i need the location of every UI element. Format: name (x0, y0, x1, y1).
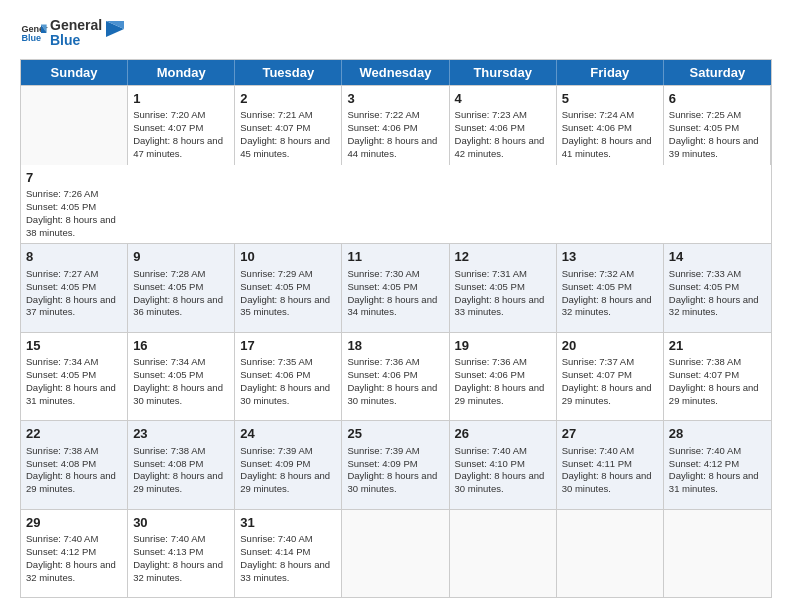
day-header-tuesday: Tuesday (235, 60, 342, 85)
calendar-day-16: 16Sunrise: 7:34 AMSunset: 4:05 PMDayligh… (128, 333, 235, 420)
calendar-week-1: 1Sunrise: 7:20 AMSunset: 4:07 PMDaylight… (21, 85, 771, 244)
calendar-day-3: 3Sunrise: 7:22 AMSunset: 4:06 PMDaylight… (342, 86, 449, 165)
calendar-day-2: 2Sunrise: 7:21 AMSunset: 4:07 PMDaylight… (235, 86, 342, 165)
calendar-day-21: 21Sunrise: 7:38 AMSunset: 4:07 PMDayligh… (664, 333, 771, 420)
calendar-day-23: 23Sunrise: 7:38 AMSunset: 4:08 PMDayligh… (128, 421, 235, 508)
calendar-week-3: 15Sunrise: 7:34 AMSunset: 4:05 PMDayligh… (21, 332, 771, 420)
calendar: SundayMondayTuesdayWednesdayThursdayFrid… (20, 59, 772, 598)
logo-general: General (50, 18, 102, 33)
calendar-day-20: 20Sunrise: 7:37 AMSunset: 4:07 PMDayligh… (557, 333, 664, 420)
calendar-day-19: 19Sunrise: 7:36 AMSunset: 4:06 PMDayligh… (450, 333, 557, 420)
calendar-day-22: 22Sunrise: 7:38 AMSunset: 4:08 PMDayligh… (21, 421, 128, 508)
day-header-friday: Friday (557, 60, 664, 85)
calendar-day-30: 30Sunrise: 7:40 AMSunset: 4:13 PMDayligh… (128, 510, 235, 597)
calendar-day-28: 28Sunrise: 7:40 AMSunset: 4:12 PMDayligh… (664, 421, 771, 508)
day-header-sunday: Sunday (21, 60, 128, 85)
calendar-week-2: 8Sunrise: 7:27 AMSunset: 4:05 PMDaylight… (21, 243, 771, 331)
calendar-day-8: 8Sunrise: 7:27 AMSunset: 4:05 PMDaylight… (21, 244, 128, 331)
calendar-day-18: 18Sunrise: 7:36 AMSunset: 4:06 PMDayligh… (342, 333, 449, 420)
calendar-day-10: 10Sunrise: 7:29 AMSunset: 4:05 PMDayligh… (235, 244, 342, 331)
calendar-day-31: 31Sunrise: 7:40 AMSunset: 4:14 PMDayligh… (235, 510, 342, 597)
logo-icon: General Blue (20, 19, 48, 47)
calendar-day-4: 4Sunrise: 7:23 AMSunset: 4:06 PMDaylight… (450, 86, 557, 165)
calendar-day-11: 11Sunrise: 7:30 AMSunset: 4:05 PMDayligh… (342, 244, 449, 331)
empty-cell (450, 510, 557, 597)
calendar-day-12: 12Sunrise: 7:31 AMSunset: 4:05 PMDayligh… (450, 244, 557, 331)
calendar-day-13: 13Sunrise: 7:32 AMSunset: 4:05 PMDayligh… (557, 244, 664, 331)
calendar-day-24: 24Sunrise: 7:39 AMSunset: 4:09 PMDayligh… (235, 421, 342, 508)
page: General Blue General Blue SundayMondayTu… (0, 0, 792, 612)
calendar-day-15: 15Sunrise: 7:34 AMSunset: 4:05 PMDayligh… (21, 333, 128, 420)
day-header-thursday: Thursday (450, 60, 557, 85)
day-header-saturday: Saturday (664, 60, 771, 85)
calendar-day-9: 9Sunrise: 7:28 AMSunset: 4:05 PMDaylight… (128, 244, 235, 331)
logo-flag-icon (104, 19, 126, 47)
calendar-day-14: 14Sunrise: 7:33 AMSunset: 4:05 PMDayligh… (664, 244, 771, 331)
calendar-week-4: 22Sunrise: 7:38 AMSunset: 4:08 PMDayligh… (21, 420, 771, 508)
calendar-day-5: 5Sunrise: 7:24 AMSunset: 4:06 PMDaylight… (557, 86, 664, 165)
calendar-day-1: 1Sunrise: 7:20 AMSunset: 4:07 PMDaylight… (128, 86, 235, 165)
calendar-day-25: 25Sunrise: 7:39 AMSunset: 4:09 PMDayligh… (342, 421, 449, 508)
calendar-day-26: 26Sunrise: 7:40 AMSunset: 4:10 PMDayligh… (450, 421, 557, 508)
logo-blue: Blue (50, 33, 102, 48)
calendar-day-27: 27Sunrise: 7:40 AMSunset: 4:11 PMDayligh… (557, 421, 664, 508)
calendar-day-29: 29Sunrise: 7:40 AMSunset: 4:12 PMDayligh… (21, 510, 128, 597)
day-header-wednesday: Wednesday (342, 60, 449, 85)
calendar-day-6: 6Sunrise: 7:25 AMSunset: 4:05 PMDaylight… (664, 86, 771, 165)
calendar-week-5: 29Sunrise: 7:40 AMSunset: 4:12 PMDayligh… (21, 509, 771, 597)
logo: General Blue General Blue (20, 18, 126, 49)
svg-text:Blue: Blue (21, 34, 41, 44)
empty-cell (664, 510, 771, 597)
day-header-monday: Monday (128, 60, 235, 85)
header: General Blue General Blue (20, 18, 772, 49)
empty-cell (342, 510, 449, 597)
empty-cell (557, 510, 664, 597)
calendar-header-row: SundayMondayTuesdayWednesdayThursdayFrid… (21, 60, 771, 85)
calendar-day-7: 7Sunrise: 7:26 AMSunset: 4:05 PMDaylight… (21, 165, 128, 244)
calendar-body: 1Sunrise: 7:20 AMSunset: 4:07 PMDaylight… (21, 85, 771, 597)
calendar-day-17: 17Sunrise: 7:35 AMSunset: 4:06 PMDayligh… (235, 333, 342, 420)
empty-cell (21, 86, 128, 165)
